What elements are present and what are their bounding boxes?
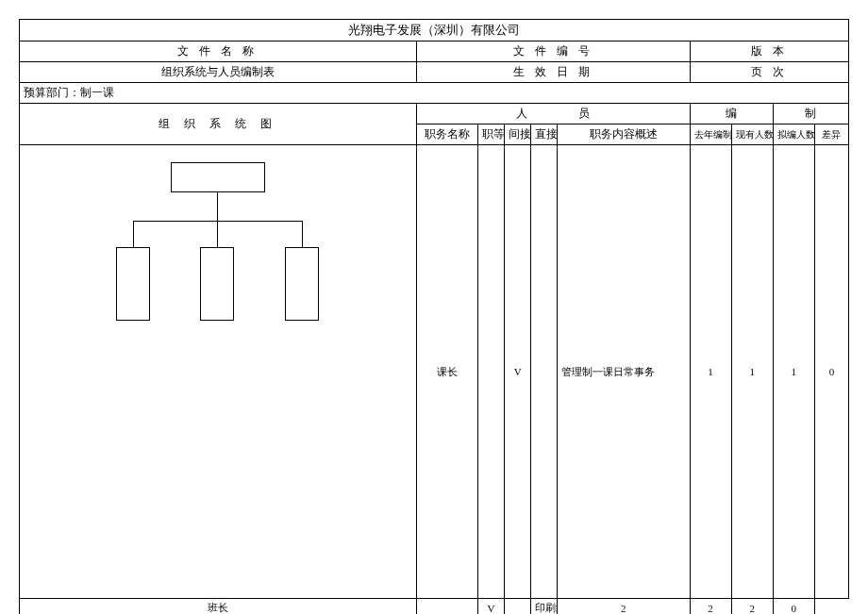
planned-cell: 1: [773, 145, 814, 599]
doc-title: 组织系统与人员编制表: [20, 62, 417, 83]
org-box-middle: [200, 247, 234, 321]
effective-date-label: 生 效 日 期: [416, 62, 690, 83]
document-table: 光翔电子发展（深圳）有限公司 文 件 名 称 文 件 编 号 版 本 组织系统与…: [19, 19, 849, 614]
staff-header-p2: 员: [578, 107, 590, 120]
version-label: 版 本: [690, 41, 849, 62]
org-box-top: [171, 162, 265, 192]
col-job-name: 职务名称: [416, 124, 477, 145]
col-planned: 拟编人数: [773, 124, 814, 145]
col-indirect: 间接: [505, 124, 531, 145]
org-box-left: [116, 247, 150, 321]
planned-cell: 2: [731, 599, 773, 615]
col-direct: 直接: [531, 124, 558, 145]
col-diff: 差异: [814, 124, 848, 145]
org-chart-diagram: [20, 145, 416, 598]
file-name-label: 文 件 名 称: [20, 41, 417, 62]
indirect-cell: V: [505, 145, 531, 599]
org-line-drop-3: [302, 221, 303, 247]
job-name-cell: 班长: [20, 599, 417, 615]
last-year-cell: 1: [690, 145, 731, 599]
budget-dept: 预算部门：制一课: [20, 83, 849, 104]
job-name-cell: 课长: [416, 145, 477, 599]
desc-cell: 印刷线管制与调度: [531, 599, 558, 615]
org-box-right: [285, 247, 319, 321]
page-label: 页 次: [690, 62, 849, 83]
staff-header-p4: 制: [773, 104, 848, 124]
last-year-cell: 2: [558, 599, 690, 615]
org-chart-label: 组 织 系 统 图: [20, 104, 417, 145]
col-current: 现有人数: [731, 124, 773, 145]
org-chart-area: [20, 145, 417, 599]
company-name: 光翔电子发展（深圳）有限公司: [20, 20, 849, 41]
col-last-year: 去年编制: [690, 124, 731, 145]
org-line-vertical: [217, 192, 218, 221]
grade-cell: [416, 599, 477, 615]
staff-header-p3: 编: [690, 104, 773, 124]
current-cell: 1: [731, 145, 773, 599]
file-no-label: 文 件 编 号: [416, 41, 690, 62]
direct-cell: [505, 599, 531, 615]
desc-cell: 管理制一课日常事务: [558, 145, 690, 599]
org-line-horizontal: [133, 221, 303, 222]
diff-cell: 0: [773, 599, 814, 615]
indirect-cell: V: [478, 599, 505, 615]
col-desc: 职务内容概述: [558, 124, 690, 145]
diff-cell: 0: [814, 145, 848, 599]
org-line-drop-2: [217, 221, 218, 247]
org-line-drop-1: [133, 221, 134, 247]
grade-cell: [478, 145, 505, 599]
direct-cell: [531, 145, 558, 599]
current-cell: 2: [690, 599, 731, 615]
staff-header-p1: 人: [516, 107, 527, 120]
col-grade: 职等: [478, 124, 505, 145]
